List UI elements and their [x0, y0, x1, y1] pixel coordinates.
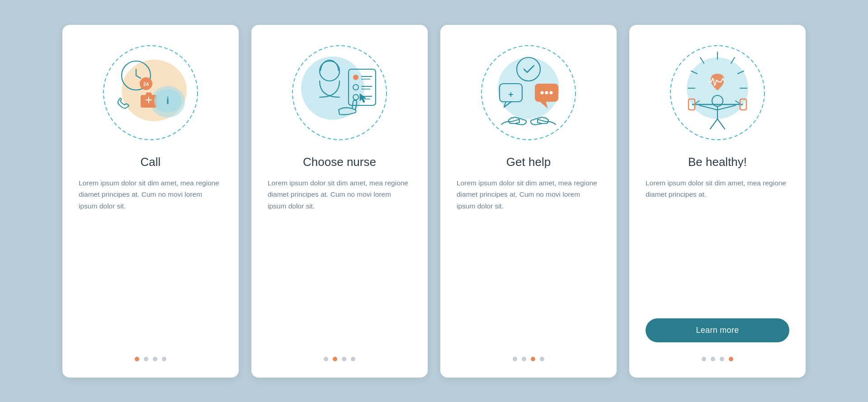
healthy-text: Lorem ipsum dolor sit dim amet, mea regi…: [646, 177, 789, 307]
card-call: 24 i Call Lorem ipsum dolor sit dim amet…: [62, 25, 239, 378]
help-dots: [513, 357, 544, 361]
svg-line-54: [717, 119, 725, 129]
svg-rect-9: [146, 93, 151, 96]
healthy-title: Be healthy!: [688, 155, 747, 169]
learn-more-button[interactable]: Learn more: [646, 318, 789, 342]
dot-2: [144, 357, 148, 361]
svg-point-37: [550, 91, 553, 94]
svg-line-53: [710, 119, 717, 129]
svg-point-35: [541, 91, 544, 94]
call-dots: [135, 357, 166, 361]
dot-1: [702, 357, 706, 361]
help-title: Get help: [506, 155, 551, 169]
svg-point-36: [545, 91, 548, 94]
healthy-illustration: [668, 43, 767, 142]
cards-container: 24 i Call Lorem ipsum dolor sit dim amet…: [44, 7, 824, 396]
dot-1: [135, 357, 139, 361]
nurse-dots: [324, 357, 355, 361]
help-text: Lorem ipsum dolor sit dim amet, mea regi…: [457, 177, 600, 342]
dot-4: [351, 357, 355, 361]
card-choose-nurse: Choose nurse Lorem ipsum dolor sit dim a…: [251, 25, 428, 378]
svg-point-15: [301, 57, 364, 120]
dot-2: [333, 357, 337, 361]
call-text: Lorem ipsum dolor sit dim amet, mea regi…: [79, 177, 222, 342]
dot-1: [513, 357, 517, 361]
dot-4: [729, 357, 733, 361]
help-illustration: [479, 43, 578, 142]
dot-3: [720, 357, 724, 361]
svg-text:24: 24: [143, 81, 149, 87]
dot-2: [522, 357, 526, 361]
dot-1: [324, 357, 328, 361]
card-get-help: Get help Lorem ipsum dolor sit dim amet,…: [440, 25, 617, 378]
nurse-text: Lorem ipsum dolor sit dim amet, mea regi…: [268, 177, 411, 342]
dot-3: [531, 357, 535, 361]
svg-text:i: i: [166, 95, 169, 106]
healthy-dots: [702, 357, 733, 361]
dot-3: [153, 357, 157, 361]
call-title: Call: [141, 155, 161, 169]
dot-2: [711, 357, 715, 361]
svg-rect-18: [353, 75, 359, 80]
dot-3: [342, 357, 346, 361]
card-be-healthy: Be healthy! Lorem ipsum dolor sit dim am…: [629, 25, 806, 378]
call-illustration: 24 i: [101, 43, 200, 142]
nurse-title: Choose nurse: [303, 155, 376, 169]
dot-4: [162, 357, 166, 361]
nurse-illustration: [290, 43, 389, 142]
dot-4: [540, 357, 544, 361]
